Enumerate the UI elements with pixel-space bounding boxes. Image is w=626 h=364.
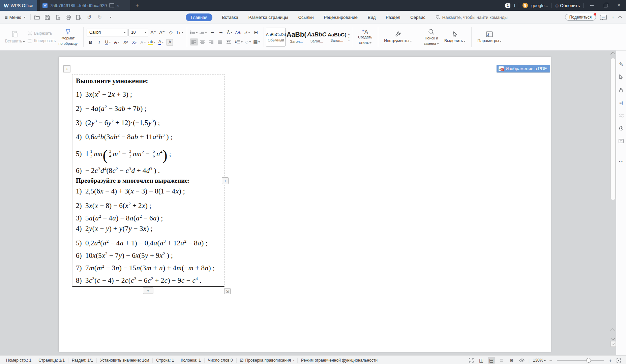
create-style-button[interactable]: *A Создать стиль [355,30,375,45]
document-tab[interactable]: W 75fb764918ff...fe5bd0bca929 × [40,0,130,11]
align-center-button[interactable] [199,38,207,46]
more-options-icon[interactable]: ⋮ [611,15,615,20]
vertical-scrollbar[interactable] [610,51,616,355]
superscript-button[interactable]: X² [122,39,129,46]
new-tab-button[interactable]: + [130,0,144,11]
insert-table-icon[interactable]: ⊞ [252,29,260,36]
page-view-icon[interactable]: ▤ [488,357,495,364]
restore-button[interactable] [600,0,610,11]
bold-button[interactable]: B [87,39,94,46]
resize-handle-icon[interactable]: ⇲ [224,288,231,294]
more-tools-icon[interactable]: ⋯ [618,158,624,164]
update-button[interactable]: ◇ Обновить [555,3,580,8]
style-heading-3[interactable]: AaBbC( Загол... [327,28,346,46]
close-button[interactable]: × [614,0,624,11]
share-button[interactable]: Поделиться [565,14,596,21]
paragraph-marks-button[interactable]: ⇄ [243,29,251,36]
print-preview-icon[interactable] [76,14,82,20]
comments-icon[interactable]: ⋯ [600,15,607,20]
clear-format-icon[interactable]: ◇ [167,29,175,36]
styles-expand-icon[interactable]: ≡ [348,39,350,42]
tab-servis[interactable]: Сервис [410,13,426,21]
reader-book-icon[interactable] [618,138,624,144]
scrollbar-thumb[interactable] [610,58,616,200]
zoom-slider-thumb[interactable] [586,358,591,363]
zoom-slider[interactable] [557,360,604,361]
status-word-count[interactable]: Число слов:0 [205,358,237,363]
subscript-button[interactable]: X₂ [130,39,138,46]
strikethrough-button[interactable]: A [113,39,121,46]
zoom-level[interactable]: 130% [533,358,546,363]
grow-font-button[interactable]: A⁺ [149,29,157,36]
fullscreen-icon[interactable] [468,357,475,364]
lock-icon[interactable] [618,87,624,93]
italic-button[interactable]: I [95,39,103,46]
document-page[interactable]: + Выполните умножение: 1) 3x(x2 − 2x + 3… [59,57,551,352]
add-row-button[interactable]: + [143,287,153,294]
format-painter-button[interactable]: Формат по образцу [56,28,81,46]
font-size-select[interactable]: 10 [128,29,148,36]
copy-button[interactable]: Копировать [28,38,56,43]
customize-toolbar-icon[interactable] [107,14,113,20]
borders-button[interactable]: ▦ [253,38,261,46]
select-cursor-icon[interactable] [618,74,624,80]
zoom-in-button[interactable]: + [609,358,612,363]
text-frame[interactable]: Выполните умножение: 1) 3x(x2 − 2x + 3) … [72,74,225,287]
minimize-button[interactable] [587,0,597,11]
print-icon[interactable] [65,14,71,20]
next-page-icon[interactable] [610,336,615,340]
decrease-indent-icon[interactable]: ⇤ [208,29,216,36]
highlight-button[interactable]: ab [148,39,156,46]
tab-razmetka[interactable]: Разметка страницы [248,13,289,21]
distribute-button[interactable] [225,38,233,46]
save-icon[interactable] [44,14,51,20]
zoom-out-button[interactable]: − [549,358,552,363]
char-scale-button[interactable]: Â [226,29,234,36]
select-browse-object-button[interactable] [610,341,616,347]
underline-button[interactable]: U [104,39,112,46]
tab-recenzirovanie[interactable]: Рецензирование [323,13,358,21]
style-heading-2[interactable]: AaBbC Загол... [307,28,326,46]
adjust-sliders-icon[interactable] [618,113,624,118]
two-page-view-icon[interactable]: ◫ [478,357,485,364]
shading-button[interactable]: ◇ [244,38,252,46]
align-left-button[interactable] [190,38,198,46]
increase-indent-icon[interactable]: ⇥ [217,29,225,36]
shrink-font-button[interactable]: A⁻ [158,29,166,36]
tab-razdel[interactable]: Раздел [385,13,401,21]
tab-vstavka[interactable]: Вставка [221,13,239,21]
style-normal[interactable]: AaBbCcDd Обычный [266,28,286,47]
edit-pencil-icon[interactable]: ✎ [618,61,624,67]
outline-view-icon[interactable]: ≣ [498,357,505,364]
fit-page-icon[interactable] [615,357,622,364]
scroll-up-icon[interactable] [610,52,615,57]
char-border-button[interactable]: A [166,39,174,46]
add-column-button[interactable]: + [222,177,229,184]
align-right-button[interactable] [208,38,215,46]
styles-scroll-up-icon[interactable]: ▲ [348,33,350,35]
cut-button[interactable]: Вырезать [28,31,56,36]
line-spacing-button[interactable]: ⇕ [234,38,243,46]
tab-glavnaya[interactable]: Главная [186,13,212,21]
undo-icon[interactable]: ↺ [86,14,92,20]
move-handle-icon[interactable]: + [63,65,70,72]
export-icon[interactable] [55,14,61,20]
justify-button[interactable] [216,38,224,46]
select-button[interactable]: Выделить [442,31,468,43]
window-count-badge[interactable]: 1 [505,3,511,8]
tools-button[interactable]: Инструменты [381,31,415,43]
account-name[interactable]: google... [531,3,548,8]
account-avatar[interactable]: G [523,3,528,8]
history-icon[interactable] [618,125,624,131]
command-search[interactable]: Нажмите, чтобы найти команды [436,15,508,20]
monitor-icon[interactable] [109,3,114,7]
styles-scroll-down-icon[interactable]: ▼ [348,36,350,38]
eye-protect-icon[interactable] [518,357,525,364]
previous-page-icon[interactable] [610,328,615,333]
style-heading-1[interactable]: AaBb( Загол... [287,28,306,46]
font-name-select[interactable]: Calibri [87,29,127,36]
open-icon[interactable] [34,14,40,20]
main-menu-button[interactable]: ≡ Меню [0,14,29,20]
font-color-button[interactable]: A [157,39,165,46]
text-effects-button[interactable]: A [139,39,147,46]
